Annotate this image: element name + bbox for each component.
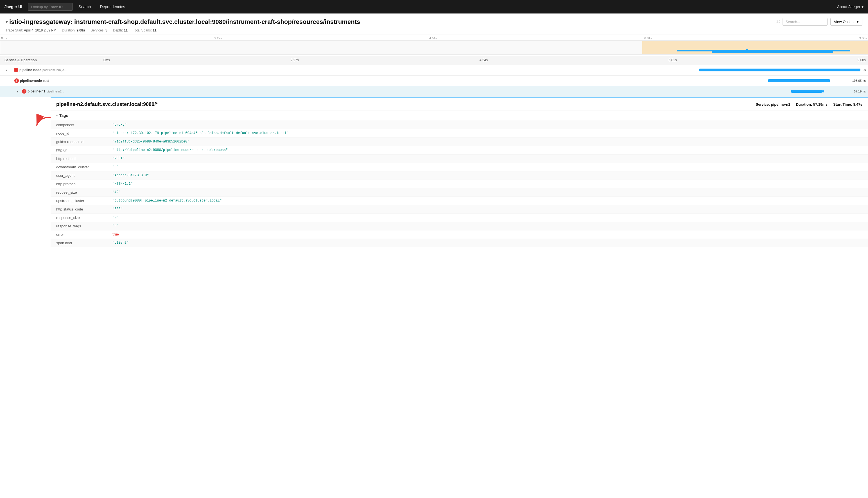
trace-title: ▾ istio-ingressgateway: instrument-craft… — [5, 18, 863, 26]
span-service-name: pipeline-node — [19, 68, 41, 72]
tag-value: "HTTP/1.1" — [113, 182, 133, 186]
span-duration-label: 57.19ms — [854, 90, 866, 93]
nav-search-link[interactable]: Search — [75, 4, 94, 9]
detail-meta: Service: pipeline-n1 Duration: 57.19ms S… — [756, 102, 863, 106]
tag-row: span.kind"client" — [51, 239, 868, 247]
trace-minimap[interactable]: 0ms 2.27s 4.54s 6.81s 9.08s — [0, 35, 868, 56]
span-dot — [822, 90, 824, 92]
tag-row: http.status_code"500" — [51, 205, 868, 213]
tag-row: http.protocol"HTTP/1.1" — [51, 180, 868, 188]
tag-key: request_size — [56, 190, 113, 195]
tag-key: http.status_code — [56, 207, 113, 211]
tags-list: component"proxy"node_id"sidecar-172.30.1… — [51, 121, 868, 247]
brand-logo: Jaeger UI — [4, 4, 22, 9]
tag-row: upstream_cluster"outbound|9080||pipeline… — [51, 197, 868, 205]
span-operation: post:com.ibm.jo... — [42, 68, 67, 72]
tag-row: errortrue — [51, 231, 868, 239]
tag-row: node_id"sidecar-172.30.102.179-pipeline-… — [51, 129, 868, 138]
tag-value: "-" — [113, 224, 119, 228]
arrow-indicator — [34, 114, 53, 134]
tag-row: response_size"0" — [51, 213, 868, 222]
span-label: ▾ ! pipeline-n1 pipeline-n2... — [0, 89, 101, 94]
trace-collapse-chevron[interactable]: ▾ — [5, 20, 8, 24]
span-row-selected[interactable]: ▾ ! pipeline-n1 pipeline-n2... 57.19ms — [0, 86, 868, 97]
span-service-name: pipeline-node — [20, 79, 42, 83]
span-chevron[interactable]: ▾ — [5, 68, 10, 72]
span-bar — [768, 79, 829, 82]
timeline-header-label: Service & Operation — [0, 58, 101, 62]
span-duration-label: 198.65ms — [852, 79, 866, 82]
tag-value: "POST" — [113, 157, 124, 161]
tag-value: "client" — [113, 241, 129, 245]
tag-key: node_id — [56, 131, 113, 135]
tags-section: ▾ Tags component"proxy"node_id"sidecar-1… — [51, 110, 868, 253]
tag-key: upstream_cluster — [56, 199, 113, 203]
timeline-header-times: 0ms 2.27s 4.54s 6.81s 9.08s — [101, 58, 868, 62]
minimap-time-axis: 0ms 2.27s 4.54s 6.81s 9.08s — [0, 36, 868, 40]
keyboard-shortcut-icon: ⌘ — [775, 19, 780, 24]
tag-value: "outbound|9080||pipeline-n2.default.svc.… — [113, 199, 222, 203]
trace-search-input[interactable] — [782, 18, 828, 26]
tag-value: "42" — [113, 190, 121, 195]
tag-value: "71c2ff3c-d325-9b88-840e-a83b51602be0" — [113, 140, 189, 144]
tag-value: "Apache-CXF/3.3.0" — [113, 173, 149, 178]
main-content: Service & Operation 0ms 2.27s 4.54s 6.81… — [0, 56, 868, 253]
tag-row: http.method"POST" — [51, 155, 868, 163]
span-bar — [699, 68, 860, 71]
nav-dependencies-link[interactable]: Dependencies — [96, 4, 129, 9]
tag-row: component"proxy" — [51, 121, 868, 129]
top-nav: Jaeger UI Search Dependencies About Jaeg… — [0, 0, 868, 13]
view-options-button[interactable]: View Options ▾ — [830, 18, 863, 26]
tag-row: response_flags"-" — [51, 222, 868, 231]
detail-header: pipeline-n2.default.svc.cluster.local:90… — [51, 97, 868, 110]
trace-lookup-input[interactable] — [28, 3, 73, 11]
span-chevron[interactable]: ▾ — [17, 90, 21, 93]
span-row[interactable]: ▾ ! pipeline-node post:com.ibm.jo... 1.9… — [0, 65, 868, 76]
minimap-canvas[interactable] — [0, 40, 868, 54]
span-timeline: 198.65ms — [101, 76, 868, 86]
detail-panel: pipeline-n2.default.svc.cluster.local:90… — [51, 97, 868, 253]
tags-chevron[interactable]: ▾ — [56, 114, 57, 117]
trace-title-text: istio-ingressgateway: instrument-craft-s… — [9, 18, 360, 26]
span-timeline: 57.19ms — [101, 86, 868, 97]
tag-row: http.url"http://pipeline-n2:9080/pipelin… — [51, 146, 868, 155]
tag-value: true — [113, 233, 119, 237]
span-duration-label: 1.9s — [860, 68, 866, 72]
tag-row: guid:x-request-id"71c2ff3c-d325-9b88-840… — [51, 138, 868, 146]
tag-key: downstream_cluster — [56, 165, 113, 169]
nav-about-link[interactable]: About Jaeger ▾ — [837, 4, 864, 9]
tag-key: user_agent — [56, 173, 113, 178]
tag-row: downstream_cluster"-" — [51, 163, 868, 171]
tag-value: "500" — [113, 207, 122, 211]
tag-key: response_flags — [56, 224, 113, 228]
span-operation: post — [43, 79, 49, 82]
tag-key: guid:x-request-id — [56, 140, 113, 144]
tag-key: http.method — [56, 157, 113, 161]
span-timeline: 1.9s — [101, 65, 868, 75]
detail-title: pipeline-n2.default.svc.cluster.local:90… — [56, 102, 158, 107]
tag-value: "proxy" — [113, 123, 127, 127]
span-bar — [791, 90, 822, 93]
tags-header[interactable]: ▾ Tags — [51, 110, 868, 121]
tag-key: http.protocol — [56, 182, 113, 186]
span-error-dot: ! — [14, 78, 19, 83]
tag-value: "http://pipeline-n2:9080/pipeline-node/r… — [113, 148, 228, 152]
span-label: ▾ ! pipeline-node post:com.ibm.jo... — [0, 68, 101, 72]
tag-key: error — [56, 233, 113, 237]
tag-value: "-" — [113, 165, 119, 169]
span-operation: pipeline-n2... — [47, 90, 64, 93]
trace-meta: Trace Start: April 4, 2019 2:59 PM Durat… — [5, 28, 863, 32]
trace-header: ▾ istio-ingressgateway: instrument-craft… — [0, 13, 868, 35]
tag-key: http.url — [56, 148, 113, 152]
tag-key: component — [56, 123, 113, 127]
timeline-header: Service & Operation 0ms 2.27s 4.54s 6.81… — [0, 56, 868, 65]
tag-row: request_size"42" — [51, 188, 868, 197]
span-row[interactable]: ! pipeline-node post 198.65ms — [0, 76, 868, 86]
tag-key: span.kind — [56, 241, 113, 245]
tag-value: "0" — [113, 215, 119, 220]
tag-value: "sidecar-172.30.102.179-pipeline-n1-694c… — [113, 131, 289, 135]
span-error-dot: ! — [22, 89, 26, 94]
tag-key: response_size — [56, 215, 113, 220]
span-service-name: pipeline-n1 — [28, 89, 45, 93]
span-label: ! pipeline-node post — [0, 78, 101, 83]
